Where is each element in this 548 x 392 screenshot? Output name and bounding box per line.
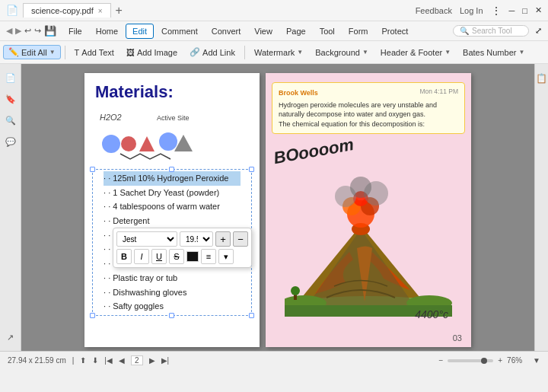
search-placeholder: Search Tool	[472, 27, 512, 35]
edit-all-button[interactable]: ✏️ Edit All ▼	[3, 45, 61, 59]
annotation-box: Brook Wells Mon 4:11 PM Hydrogen peroxid…	[272, 82, 465, 134]
search-box[interactable]: 🔍 Search Tool	[453, 25, 529, 37]
nav-back-button[interactable]: ◀	[6, 26, 12, 36]
edit-all-dropdown-arrow[interactable]: ▼	[49, 49, 56, 56]
italic-button[interactable]: I	[134, 249, 149, 264]
sidebar-search-icon[interactable]: 🔍	[3, 113, 18, 128]
list-item-9: · Safty goggles	[104, 299, 241, 314]
menu-view[interactable]: View	[248, 24, 279, 38]
redo-button[interactable]: ↪	[34, 26, 41, 36]
nav-forward-button[interactable]: ▶	[15, 26, 21, 36]
svg-point-3	[121, 136, 136, 151]
zoom-in-button[interactable]: +	[498, 356, 502, 365]
header-footer-button[interactable]: Header & Footer ▼	[375, 46, 456, 59]
browser-nav-icon[interactable]: ⤢	[535, 26, 542, 36]
watermark-button[interactable]: Watermark ▼	[249, 46, 308, 59]
svg-point-21	[291, 286, 300, 295]
tab-label: science-copy.pdf	[31, 6, 94, 15]
page-nav-next[interactable]: ▶	[149, 356, 155, 365]
list-icon: ≡	[206, 252, 211, 261]
color-picker-box[interactable]	[186, 251, 199, 262]
status-bar: 27.94 x 21.59 cm | ⬆ ⬇ |◀ ◀ 2 ▶ ▶| − + 7…	[0, 351, 548, 369]
handle-bl[interactable]	[90, 313, 95, 318]
handle-tr[interactable]	[249, 167, 254, 172]
font-size-select[interactable]: 19.51	[180, 231, 213, 247]
menu-dots[interactable]: ⋮	[491, 5, 502, 17]
handle-tl[interactable]	[90, 167, 95, 172]
handle-br[interactable]	[249, 313, 254, 318]
svg-marker-9	[307, 229, 414, 305]
menu-file[interactable]: File	[62, 24, 88, 38]
close-window-button[interactable]: ✕	[535, 5, 542, 15]
zoom-level: 76%	[507, 356, 528, 365]
add-link-button[interactable]: 🔗 Add Link	[184, 45, 241, 59]
chevron-down-icon: ▾	[224, 252, 228, 262]
watermark-dropdown-arrow[interactable]: ▼	[297, 49, 303, 56]
maximize-button[interactable]: □	[522, 6, 527, 15]
zoom-dropdown-arrow[interactable]: ▼	[533, 356, 540, 365]
font-family-select[interactable]: Jest	[116, 231, 177, 247]
page-current[interactable]: 2	[131, 355, 143, 365]
add-text-button[interactable]: T Add Text	[69, 46, 119, 59]
sidebar-comment-icon[interactable]: 💬	[3, 134, 18, 149]
page-nav-start[interactable]: |◀	[104, 356, 113, 365]
bates-number-button[interactable]: Bates Number ▼	[457, 46, 530, 59]
underline-button[interactable]: U	[151, 249, 167, 264]
bold-button[interactable]: B	[116, 249, 132, 264]
document-tab[interactable]: science-copy.pdf ×	[23, 3, 111, 18]
add-image-button[interactable]: 🖼 Add Image	[121, 46, 183, 59]
background-dropdown-arrow[interactable]: ▼	[362, 49, 368, 56]
menu-home[interactable]: Home	[90, 24, 124, 38]
annotation-time: Mon 4:11 PM	[419, 88, 458, 97]
sidebar-bookmark-icon[interactable]: 🔖	[3, 91, 18, 107]
page-nav-prev[interactable]: ◀	[119, 356, 125, 365]
menu-convert[interactable]: Convert	[206, 24, 247, 38]
chem-diagram: H2O2 Active Site	[84, 107, 260, 167]
increase-size-button[interactable]: +	[215, 231, 231, 247]
add-image-icon: 🖼	[126, 48, 135, 57]
handle-tm[interactable]	[169, 167, 174, 172]
list-item-8: · Dishwashing gloves	[104, 285, 241, 300]
page-nav-end[interactable]: ▶|	[161, 356, 170, 365]
list-style-button[interactable]: ≡	[201, 249, 216, 264]
more-options-button[interactable]: ▾	[218, 249, 234, 264]
svg-point-17	[350, 177, 371, 198]
separator-2	[244, 46, 245, 59]
main-content: Materials: H2O2 Active Site	[21, 64, 548, 351]
close-tab-button[interactable]: ×	[98, 7, 103, 15]
decrease-size-button[interactable]: −	[233, 231, 248, 247]
menu-comment[interactable]: Comment	[155, 24, 204, 38]
save-button[interactable]: 💾	[44, 25, 56, 37]
add-link-icon: 🔗	[190, 47, 200, 57]
upload-icon[interactable]: ⬆	[80, 356, 86, 365]
left-sidebar: 📄 🔖 🔍 💬 ↗	[0, 64, 21, 351]
bates-number-dropdown-arrow[interactable]: ▼	[518, 49, 524, 56]
strikethrough-button[interactable]: S	[169, 249, 184, 264]
download-icon[interactable]: ⬇	[92, 356, 98, 365]
login-link[interactable]: Log In	[460, 6, 483, 15]
menu-edit[interactable]: Edit	[126, 24, 154, 39]
feedback-link[interactable]: Feedback	[416, 6, 452, 15]
right-sidebar-icon[interactable]: 📋	[536, 73, 547, 84]
toolbar-row-format: B I U S ≡ ▾	[116, 249, 248, 264]
page-area: 📄 🔖 🔍 💬 ↗ Materials: H2O2 Active Site	[0, 64, 548, 351]
menu-form[interactable]: Form	[342, 24, 374, 38]
minimize-button[interactable]: ─	[509, 6, 515, 15]
list-item-2: · 4 tablespoons of warm water	[104, 199, 241, 214]
undo-button[interactable]: ↩	[24, 26, 31, 36]
menu-tool[interactable]: Tool	[314, 24, 341, 38]
menu-page[interactable]: Page	[280, 24, 312, 38]
sidebar-page-icon[interactable]: 📄	[3, 70, 18, 85]
toolbar-row-font: Jest 19.51 + −	[116, 231, 248, 247]
background-button[interactable]: Background ▼	[310, 46, 374, 59]
handle-bm[interactable]	[169, 313, 174, 318]
zoom-slider[interactable]	[448, 359, 493, 362]
floating-format-toolbar: Jest 19.51 + − B I U S ≡ ▾	[113, 228, 252, 268]
sidebar-share-icon[interactable]: ↗	[3, 330, 18, 345]
new-tab-button[interactable]: +	[116, 4, 123, 18]
document-container: Materials: H2O2 Active Site	[21, 64, 534, 351]
left-page: Materials: H2O2 Active Site	[84, 73, 260, 347]
zoom-out-button[interactable]: −	[438, 356, 443, 365]
menu-protect[interactable]: Protect	[375, 24, 414, 38]
header-footer-dropdown-arrow[interactable]: ▼	[444, 49, 451, 56]
